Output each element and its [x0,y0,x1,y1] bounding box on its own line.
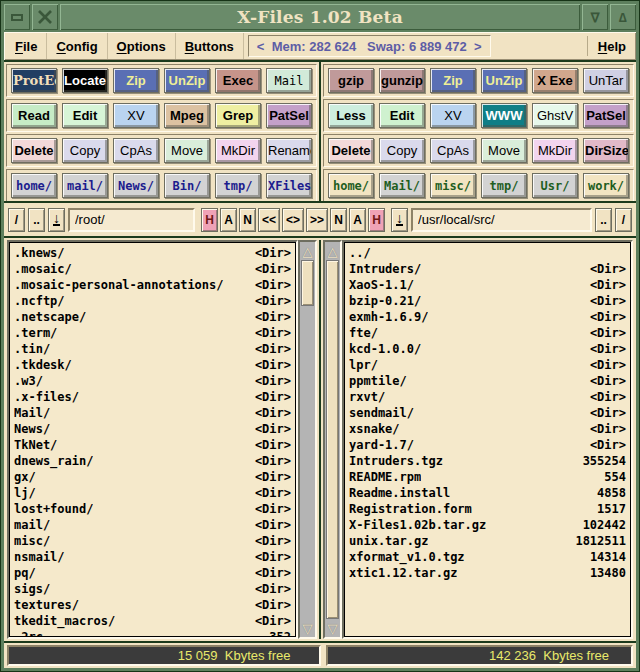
left-button-locate[interactable]: Locate [62,68,108,93]
left-button-bin[interactable]: Bin/ [164,173,210,198]
left-button-exec[interactable]: Exec [215,68,261,93]
file-row[interactable]: TkNet/<Dir> [14,437,291,453]
file-row[interactable]: xtic1.12.tar.gz13480 [349,565,626,581]
right-button-patsel[interactable]: PatSel [583,103,629,128]
shade-button[interactable]: ∇ [582,4,608,30]
left-up-dir-button[interactable]: .. [28,208,45,232]
left-button-tmp[interactable]: tmp/ [215,173,261,198]
left-button-mpeg[interactable]: Mpeg [164,103,210,128]
left-button-rename[interactable]: Rename [266,138,312,163]
file-row[interactable]: kcd-1.0.0/<Dir> [349,341,626,357]
right-button-mail[interactable]: Mail/ [379,173,425,198]
left-button-zip[interactable]: Zip [113,68,159,93]
right-scrollbar[interactable]: △ ▽ [323,240,342,639]
file-row[interactable]: lj/<Dir> [14,485,291,501]
file-row[interactable]: XaoS-1.1/<Dir> [349,277,626,293]
right-button-mkdir[interactable]: MkDir [532,138,578,163]
right-up-dir-button[interactable]: .. [595,208,612,232]
sort-button-4-symsym[interactable]: <> [282,208,304,232]
right-button-delete[interactable]: Delete [328,138,374,163]
file-row[interactable]: Mail/<Dir> [14,405,291,421]
left-load-path-button[interactable]: ↓ [48,208,65,232]
left-button-mkdir[interactable]: MkDir [215,138,261,163]
file-row[interactable]: .w3/<Dir> [14,373,291,389]
file-row[interactable]: News/<Dir> [14,421,291,437]
scroll-down-icon[interactable]: ▽ [300,619,315,637]
file-row[interactable]: misc/<Dir> [14,533,291,549]
right-load-path-button[interactable]: ↓ [391,208,408,232]
scroll-down-icon[interactable]: ▽ [325,619,340,637]
file-row[interactable]: sendmail/<Dir> [349,405,626,421]
right-button-move[interactable]: Move [481,138,527,163]
right-path-input[interactable] [411,208,592,232]
scroll-up-icon[interactable]: △ [300,242,315,260]
left-button-news[interactable]: News/ [113,173,159,198]
menu-item-file[interactable]: File [6,33,47,59]
left-button-edit[interactable]: Edit [62,103,108,128]
file-row[interactable]: Readme.install4858 [349,485,626,501]
file-row[interactable]: yard-1.7/<Dir> [349,437,626,453]
right-button-usr[interactable]: Usr/ [532,173,578,198]
sort-button-7-a[interactable]: A [349,208,366,232]
file-row[interactable]: mail/<Dir> [14,517,291,533]
right-button-untar[interactable]: UnTar [583,68,629,93]
left-button-move[interactable]: Move [164,138,210,163]
sort-button-1-a[interactable]: A [220,208,237,232]
right-button-copy[interactable]: Copy [379,138,425,163]
menu-item-config[interactable]: Config [47,33,107,59]
file-row[interactable]: .2rc352 [14,629,291,637]
file-row[interactable]: lpr/<Dir> [349,357,626,373]
right-button-xexe[interactable]: X Exe [532,68,578,93]
left-button-mail[interactable]: mail/ [62,173,108,198]
left-scrollbar[interactable]: △ ▽ [298,240,317,639]
left-button-xfiles[interactable]: XFiles/ [266,173,312,198]
left-root-button[interactable]: / [8,208,25,232]
file-row[interactable]: xformat_v1.0.tgz14314 [349,549,626,565]
file-row[interactable]: .x-files/<Dir> [14,389,291,405]
file-row[interactable]: .mosaic/<Dir> [14,261,291,277]
sort-button-6-n[interactable]: N [330,208,347,232]
close-button[interactable] [32,4,58,30]
file-row[interactable]: gx/<Dir> [14,469,291,485]
file-row[interactable]: Intruders/<Dir> [349,261,626,277]
file-row[interactable]: Intruders.tgz355254 [349,453,626,469]
left-button-mail[interactable]: Mail [266,68,312,93]
menu-item-help[interactable]: Help [590,33,634,59]
scroll-up-icon[interactable]: △ [325,242,340,260]
right-button-ghstv[interactable]: GhstV [532,103,578,128]
right-button-xv[interactable]: XV [430,103,476,128]
file-row[interactable]: X-Files1.02b.tar.gz102442 [349,517,626,533]
menu-item-buttons[interactable]: Buttons [176,33,244,59]
maximize-button[interactable]: ∆ [610,4,636,30]
sort-button-0-h[interactable]: H [201,208,218,232]
right-button-gzip[interactable]: gzip [328,68,374,93]
left-path-input[interactable] [68,208,195,232]
left-button-cpas[interactable]: CpAs [113,138,159,163]
file-row[interactable]: ../ [349,245,626,261]
file-row[interactable]: .term/<Dir> [14,325,291,341]
left-button-read[interactable]: Read [11,103,57,128]
sort-button-3-symsym[interactable]: << [258,208,280,232]
right-button-less[interactable]: Less [328,103,374,128]
left-button-copy[interactable]: Copy [62,138,108,163]
left-button-patsel[interactable]: PatSel [266,103,312,128]
file-row[interactable]: pq/<Dir> [14,565,291,581]
file-row[interactable]: fte/<Dir> [349,325,626,341]
file-row[interactable]: .ncftp/<Dir> [14,293,291,309]
right-button-home[interactable]: home/ [328,173,374,198]
right-button-gunzip[interactable]: gunzip [379,68,425,93]
file-row[interactable]: xsnake/<Dir> [349,421,626,437]
right-button-edit[interactable]: Edit [379,103,425,128]
right-scrollbar-track[interactable] [325,260,340,619]
file-row[interactable]: ppmtile/<Dir> [349,373,626,389]
sort-button-8-h[interactable]: H [368,208,385,232]
file-row[interactable]: textures/<Dir> [14,597,291,613]
sort-button-5-symsym[interactable]: >> [306,208,328,232]
file-row[interactable]: .netscape/<Dir> [14,309,291,325]
file-row[interactable]: lost+found/<Dir> [14,501,291,517]
right-root-button[interactable]: / [615,208,632,232]
left-button-proted[interactable]: ProtEd [11,68,57,93]
file-row[interactable]: bzip-0.21/<Dir> [349,293,626,309]
left-button-xv[interactable]: XV [113,103,159,128]
file-row[interactable]: .knews/<Dir> [14,245,291,261]
